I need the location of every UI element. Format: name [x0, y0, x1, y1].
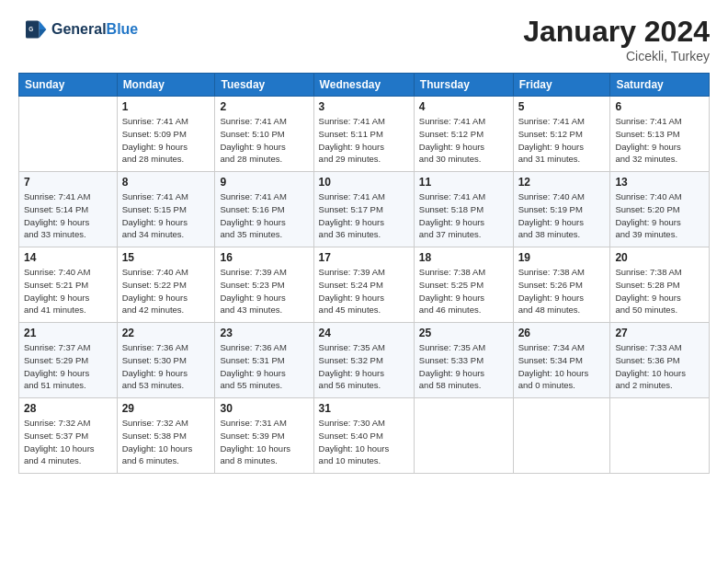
- page-header: G GeneralBlue January 2024 Cicekli, Turk…: [18, 15, 710, 63]
- day-detail: Sunrise: 7:38 AM Sunset: 5:28 PM Dayligh…: [615, 266, 704, 316]
- calendar-cell: 26Sunrise: 7:34 AM Sunset: 5:34 PM Dayli…: [513, 323, 610, 398]
- day-number: 17: [319, 251, 409, 264]
- day-number: 11: [419, 176, 508, 189]
- calendar-cell: 8Sunrise: 7:41 AM Sunset: 5:15 PM Daylig…: [117, 172, 215, 247]
- location-subtitle: Cicekli, Turkey: [523, 49, 710, 63]
- day-detail: Sunrise: 7:40 AM Sunset: 5:22 PM Dayligh…: [122, 266, 210, 316]
- calendar-cell: 15Sunrise: 7:40 AM Sunset: 5:22 PM Dayli…: [117, 247, 215, 323]
- day-detail: Sunrise: 7:32 AM Sunset: 5:38 PM Dayligh…: [122, 417, 210, 467]
- calendar-cell: 27Sunrise: 7:33 AM Sunset: 5:36 PM Dayli…: [610, 323, 710, 398]
- column-header-friday: Friday: [513, 74, 610, 97]
- day-detail: Sunrise: 7:41 AM Sunset: 5:12 PM Dayligh…: [518, 115, 606, 166]
- day-detail: Sunrise: 7:31 AM Sunset: 5:39 PM Dayligh…: [220, 417, 308, 467]
- calendar-cell: 12Sunrise: 7:40 AM Sunset: 5:19 PM Dayli…: [513, 172, 610, 247]
- month-title: January 2024: [523, 15, 710, 49]
- day-number: 9: [220, 176, 308, 189]
- day-number: 28: [24, 402, 112, 415]
- calendar-cell: 3Sunrise: 7:41 AM Sunset: 5:11 PM Daylig…: [313, 97, 414, 172]
- day-number: 31: [319, 402, 409, 415]
- calendar-cell: 31Sunrise: 7:30 AM Sunset: 5:40 PM Dayli…: [313, 398, 414, 474]
- day-detail: Sunrise: 7:32 AM Sunset: 5:37 PM Dayligh…: [24, 417, 112, 467]
- day-detail: Sunrise: 7:41 AM Sunset: 5:13 PM Dayligh…: [615, 115, 704, 166]
- week-row-2: 7Sunrise: 7:41 AM Sunset: 5:14 PM Daylig…: [19, 172, 710, 247]
- calendar-cell: 17Sunrise: 7:39 AM Sunset: 5:24 PM Dayli…: [313, 247, 414, 323]
- day-number: 3: [319, 100, 409, 113]
- calendar-cell: 19Sunrise: 7:38 AM Sunset: 5:26 PM Dayli…: [513, 247, 610, 323]
- day-detail: Sunrise: 7:40 AM Sunset: 5:20 PM Dayligh…: [615, 190, 704, 241]
- day-number: 4: [419, 100, 508, 113]
- day-detail: Sunrise: 7:41 AM Sunset: 5:11 PM Dayligh…: [319, 115, 409, 166]
- calendar-cell: 13Sunrise: 7:40 AM Sunset: 5:20 PM Dayli…: [610, 172, 710, 247]
- day-detail: Sunrise: 7:41 AM Sunset: 5:16 PM Dayligh…: [220, 190, 308, 241]
- calendar-cell: 14Sunrise: 7:40 AM Sunset: 5:21 PM Dayli…: [19, 247, 118, 323]
- day-detail: Sunrise: 7:41 AM Sunset: 5:18 PM Dayligh…: [419, 190, 508, 241]
- day-number: 2: [220, 100, 308, 113]
- column-header-saturday: Saturday: [610, 74, 710, 97]
- day-number: 6: [615, 100, 704, 113]
- calendar-cell: [19, 97, 118, 172]
- day-detail: Sunrise: 7:38 AM Sunset: 5:25 PM Dayligh…: [419, 266, 508, 316]
- day-number: 26: [518, 327, 606, 339]
- calendar-cell: 20Sunrise: 7:38 AM Sunset: 5:28 PM Dayli…: [610, 247, 710, 323]
- day-detail: Sunrise: 7:30 AM Sunset: 5:40 PM Dayligh…: [319, 417, 409, 467]
- day-number: 27: [615, 327, 704, 339]
- day-detail: Sunrise: 7:41 AM Sunset: 5:17 PM Dayligh…: [319, 190, 409, 241]
- day-detail: Sunrise: 7:38 AM Sunset: 5:26 PM Dayligh…: [518, 266, 606, 316]
- week-row-4: 21Sunrise: 7:37 AM Sunset: 5:29 PM Dayli…: [19, 323, 710, 398]
- column-header-thursday: Thursday: [414, 74, 513, 97]
- day-detail: Sunrise: 7:41 AM Sunset: 5:12 PM Dayligh…: [419, 115, 508, 166]
- column-header-wednesday: Wednesday: [313, 74, 414, 97]
- day-number: 20: [615, 251, 704, 264]
- calendar-cell: [513, 398, 610, 474]
- calendar-cell: [610, 398, 710, 474]
- svg-text:G: G: [28, 26, 33, 32]
- logo-text-block: GeneralBlue: [51, 21, 138, 38]
- week-row-1: 1Sunrise: 7:41 AM Sunset: 5:09 PM Daylig…: [19, 97, 710, 172]
- day-number: 30: [220, 402, 308, 415]
- logo-blue: Blue: [107, 21, 139, 37]
- calendar-cell: 4Sunrise: 7:41 AM Sunset: 5:12 PM Daylig…: [414, 97, 513, 172]
- day-number: 24: [319, 327, 409, 339]
- day-detail: Sunrise: 7:39 AM Sunset: 5:23 PM Dayligh…: [220, 266, 308, 316]
- day-detail: Sunrise: 7:41 AM Sunset: 5:14 PM Dayligh…: [24, 190, 112, 241]
- calendar-cell: 24Sunrise: 7:35 AM Sunset: 5:32 PM Dayli…: [313, 323, 414, 398]
- day-number: 7: [24, 176, 112, 189]
- calendar-cell: 25Sunrise: 7:35 AM Sunset: 5:33 PM Dayli…: [414, 323, 513, 398]
- calendar-cell: 28Sunrise: 7:32 AM Sunset: 5:37 PM Dayli…: [19, 398, 118, 474]
- calendar-cell: 10Sunrise: 7:41 AM Sunset: 5:17 PM Dayli…: [313, 172, 414, 247]
- calendar-cell: 5Sunrise: 7:41 AM Sunset: 5:12 PM Daylig…: [513, 97, 610, 172]
- calendar-cell: 11Sunrise: 7:41 AM Sunset: 5:18 PM Dayli…: [414, 172, 513, 247]
- week-row-5: 28Sunrise: 7:32 AM Sunset: 5:37 PM Dayli…: [19, 398, 710, 474]
- svg-marker-1: [39, 29, 46, 39]
- calendar-cell: 1Sunrise: 7:41 AM Sunset: 5:09 PM Daylig…: [117, 97, 215, 172]
- header-row: SundayMondayTuesdayWednesdayThursdayFrid…: [19, 74, 710, 97]
- calendar-cell: 23Sunrise: 7:36 AM Sunset: 5:31 PM Dayli…: [215, 323, 313, 398]
- logo: G GeneralBlue: [18, 15, 138, 44]
- day-number: 13: [615, 176, 704, 189]
- day-number: 8: [122, 176, 210, 189]
- calendar-cell: [414, 398, 513, 474]
- page-container: G GeneralBlue January 2024 Cicekli, Turk…: [0, 0, 728, 483]
- day-number: 21: [24, 327, 112, 339]
- day-number: 16: [220, 251, 308, 264]
- column-header-tuesday: Tuesday: [215, 74, 313, 97]
- day-detail: Sunrise: 7:33 AM Sunset: 5:36 PM Dayligh…: [615, 341, 704, 392]
- day-detail: Sunrise: 7:35 AM Sunset: 5:32 PM Dayligh…: [319, 341, 409, 392]
- logo-general: General: [51, 21, 107, 37]
- day-number: 10: [319, 176, 409, 189]
- calendar-cell: 18Sunrise: 7:38 AM Sunset: 5:25 PM Dayli…: [414, 247, 513, 323]
- day-detail: Sunrise: 7:41 AM Sunset: 5:10 PM Dayligh…: [220, 115, 308, 166]
- calendar-cell: 9Sunrise: 7:41 AM Sunset: 5:16 PM Daylig…: [215, 172, 313, 247]
- calendar-cell: 21Sunrise: 7:37 AM Sunset: 5:29 PM Dayli…: [19, 323, 118, 398]
- day-detail: Sunrise: 7:37 AM Sunset: 5:29 PM Dayligh…: [24, 341, 112, 392]
- day-detail: Sunrise: 7:39 AM Sunset: 5:24 PM Dayligh…: [319, 266, 409, 316]
- day-detail: Sunrise: 7:41 AM Sunset: 5:15 PM Dayligh…: [122, 190, 210, 241]
- day-number: 19: [518, 251, 606, 264]
- day-detail: Sunrise: 7:36 AM Sunset: 5:31 PM Dayligh…: [220, 341, 308, 392]
- day-detail: Sunrise: 7:40 AM Sunset: 5:19 PM Dayligh…: [518, 190, 606, 241]
- day-number: 12: [518, 176, 606, 189]
- calendar-table: SundayMondayTuesdayWednesdayThursdayFrid…: [18, 73, 710, 474]
- day-number: 15: [122, 251, 210, 264]
- day-number: 18: [419, 251, 508, 264]
- calendar-cell: 16Sunrise: 7:39 AM Sunset: 5:23 PM Dayli…: [215, 247, 313, 323]
